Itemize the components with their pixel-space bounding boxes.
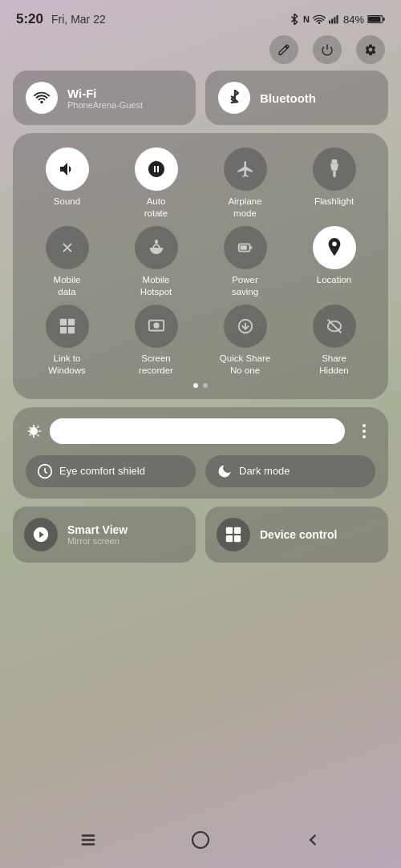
svg-rect-5 [383, 18, 384, 21]
wifi-tile-icon [26, 82, 58, 114]
bluetooth-status-icon [289, 14, 300, 25]
airplane-label: Airplane mode [228, 196, 261, 220]
battery-icon [367, 14, 385, 24]
svg-rect-10 [155, 240, 158, 244]
flashlight-icon [313, 147, 356, 191]
brightness-menu-button[interactable] [353, 420, 375, 442]
quick-tiles-row: Wi-Fi PhoneArena-Guest Bluetooth [0, 71, 401, 125]
svg-rect-6 [368, 17, 380, 22]
location-tile[interactable]: Location [302, 226, 367, 298]
brightness-panel: Eye comfort shield Dark mode [13, 407, 388, 499]
status-date: Fri, Mar 22 [51, 13, 106, 26]
recent-apps-button[interactable] [71, 822, 106, 858]
brightness-slider[interactable] [50, 418, 345, 444]
top-actions [0, 30, 401, 71]
share-hidden-label: Share Hidden [319, 353, 348, 377]
wifi-tile[interactable]: Wi-Fi PhoneArena-Guest [13, 71, 196, 125]
svg-rect-9 [333, 171, 335, 178]
dot-2 [203, 383, 208, 388]
bottom-tiles: Smart View Mirror screen Device control [0, 507, 401, 563]
eye-comfort-icon [37, 463, 53, 479]
svg-rect-8 [331, 159, 337, 164]
edit-button[interactable] [269, 35, 298, 64]
mobile-data-label: Mobile data [54, 274, 81, 298]
brightness-fill [50, 418, 153, 444]
sound-tile[interactable]: Sound [35, 147, 99, 220]
bluetooth-tile-icon [218, 82, 250, 114]
svg-rect-26 [234, 535, 241, 542]
smart-view-tile[interactable]: Smart View Mirror screen [13, 507, 196, 563]
dark-mode-button[interactable]: Dark mode [205, 455, 375, 487]
flashlight-label: Flashlight [314, 196, 354, 208]
auto-rotate-icon [135, 147, 178, 191]
brightness-icon [26, 423, 42, 439]
status-time: 5:20 [16, 11, 43, 27]
screen-recorder-label: Screen recorder [139, 353, 173, 377]
svg-rect-23 [226, 527, 233, 533]
quick-share-icon [224, 305, 267, 348]
grid-row-2: Mobile data Mobile Hotspot Power saving [22, 226, 379, 298]
settings-button[interactable] [356, 35, 385, 64]
brightness-buttons: Eye comfort shield Dark mode [26, 455, 375, 487]
dot-1 [193, 383, 198, 388]
svg-rect-13 [240, 245, 246, 250]
svg-rect-25 [226, 535, 233, 542]
screen-recorder-icon [135, 305, 178, 348]
device-control-text: Device control [260, 528, 337, 541]
share-hidden-tile[interactable]: Share Hidden [302, 305, 367, 377]
link-windows-tile[interactable]: Link to Windows [35, 305, 99, 377]
status-bar: 5:20 Fri, Mar 22 N 84% [0, 0, 401, 30]
power-saving-label: Power saving [232, 274, 258, 298]
auto-rotate-tile[interactable]: Auto rotate [124, 147, 188, 220]
share-hidden-icon [313, 305, 356, 348]
smart-view-text: Smart View Mirror screen [67, 523, 128, 546]
brightness-row [26, 418, 375, 444]
device-control-title: Device control [260, 528, 337, 541]
mobile-data-icon [46, 226, 89, 269]
device-control-tile[interactable]: Device control [205, 507, 388, 563]
auto-rotate-label: Auto rotate [144, 196, 168, 220]
wifi-tile-text: Wi-Fi PhoneArena-Guest [67, 87, 143, 110]
hotspot-tile[interactable]: Mobile Hotspot [124, 226, 188, 298]
link-windows-label: Link to Windows [48, 353, 86, 377]
svg-rect-3 [336, 15, 338, 24]
eye-comfort-label: Eye comfort shield [59, 465, 145, 477]
eye-comfort-button[interactable]: Eye comfort shield [26, 455, 196, 487]
signal-icon [329, 14, 340, 24]
mobile-data-tile[interactable]: Mobile data [35, 226, 99, 298]
svg-rect-2 [334, 17, 335, 23]
airplane-icon [224, 147, 267, 191]
wifi-tile-title: Wi-Fi [67, 87, 143, 100]
bluetooth-tile[interactable]: Bluetooth [205, 71, 388, 125]
power-saving-icon [224, 226, 267, 269]
svg-point-30 [192, 832, 209, 848]
grid-row-1: Sound Auto rotate Airplane mode [22, 147, 379, 220]
svg-rect-24 [234, 527, 241, 533]
svg-rect-0 [329, 20, 330, 23]
back-button[interactable] [295, 822, 330, 858]
power-button[interactable] [313, 35, 342, 64]
home-button[interactable] [183, 822, 218, 858]
flashlight-tile[interactable]: Flashlight [302, 147, 367, 220]
sound-label: Sound [54, 196, 80, 208]
quick-share-label: Quick Share No one [220, 353, 270, 377]
airplane-tile[interactable]: Airplane mode [213, 147, 277, 220]
smart-view-title: Smart View [67, 523, 128, 536]
dark-mode-label: Dark mode [239, 465, 290, 477]
svg-rect-1 [331, 18, 333, 23]
svg-point-19 [153, 322, 159, 328]
link-windows-icon [46, 305, 89, 348]
location-label: Location [317, 274, 351, 286]
nfc-status-icon: N [303, 14, 310, 24]
power-saving-tile[interactable]: Power saving [213, 226, 277, 298]
location-icon [313, 226, 356, 269]
hotspot-label: Mobile Hotspot [140, 274, 172, 298]
bluetooth-tile-text: Bluetooth [260, 91, 316, 105]
quick-share-tile[interactable]: Quick Share No one [213, 305, 277, 377]
bluetooth-tile-title: Bluetooth [260, 91, 316, 105]
svg-rect-14 [59, 319, 66, 325]
main-panel: Sound Auto rotate Airplane mode [13, 133, 388, 399]
screen-recorder-tile[interactable]: Screen recorder [124, 305, 188, 377]
nav-bar [0, 812, 401, 868]
dark-mode-icon [217, 463, 233, 479]
